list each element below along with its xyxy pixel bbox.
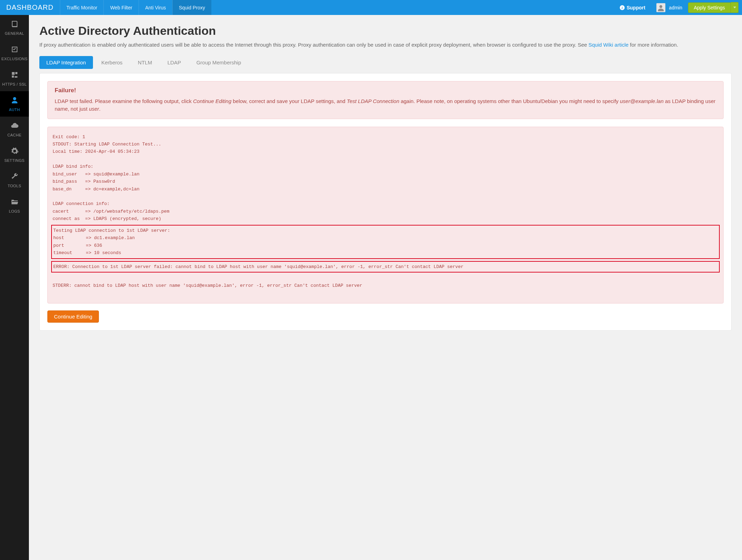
sidebar-item-exclusions[interactable]: EXCLUSIONS — [0, 40, 29, 66]
tab-kerberos[interactable]: Kerberos — [94, 56, 130, 69]
log-line — [48, 275, 723, 282]
sidebar-label: HTTPS / SSL — [2, 82, 26, 86]
failure-alert: Failure! LDAP test failed. Please examin… — [47, 81, 724, 119]
sidebar-label: GENERAL — [5, 31, 24, 36]
log-line: base_dn => dc=example,dc=lan — [48, 186, 723, 193]
sidebar-item-https-ssl[interactable]: HTTPS / SSL — [0, 66, 29, 91]
log-line: STDERR: cannot bind to LDAP host with us… — [48, 282, 723, 289]
log-highlight-error: ERROR: Connection to 1st LDAP server fai… — [51, 261, 720, 273]
tab-ldap[interactable]: LDAP — [161, 56, 188, 69]
grid-icon — [10, 71, 19, 80]
tab-ntlm[interactable]: NTLM — [131, 56, 159, 69]
log-highlight-connection: Testing LDAP connection to 1st LDAP serv… — [51, 225, 720, 259]
log-line: cacert => /opt/websafety/etc/ldaps.pem — [48, 208, 723, 215]
main-content: Active Directory Authentication If proxy… — [29, 15, 742, 560]
brand-logo[interactable]: DASHBOARD — [0, 0, 60, 15]
failure-title: Failure! — [55, 87, 716, 94]
sidebar-label: CACHE — [7, 133, 22, 137]
nav-web-filter[interactable]: Web Filter — [103, 0, 139, 15]
book-icon — [10, 20, 19, 29]
log-line: Exit code: 1 — [48, 133, 723, 141]
sidebar-item-logs[interactable]: LOGS — [0, 193, 29, 218]
log-line: Testing LDAP connection to 1st LDAP serv… — [53, 227, 718, 234]
log-line: host => dc1.example.lan — [53, 234, 718, 242]
info-icon: i — [620, 5, 625, 10]
support-label: Support — [627, 5, 646, 10]
chevron-down-icon — [733, 7, 736, 8]
sidebar-label: LOGS — [9, 209, 20, 213]
apply-settings-button[interactable]: Apply Settings — [688, 2, 731, 13]
cloud-icon — [10, 121, 19, 131]
sidebar-item-cache[interactable]: CACHE — [0, 117, 29, 142]
sidebar-label: AUTH — [9, 108, 20, 112]
sidebar-item-tools[interactable]: TOOLS — [0, 167, 29, 193]
user-icon — [10, 96, 19, 105]
log-line — [48, 193, 723, 200]
sidebar: GENERAL EXCLUSIONS HTTPS / SSL AUTH CACH — [0, 15, 29, 560]
sidebar-label: EXCLUSIONS — [1, 57, 28, 61]
tab-group-membership[interactable]: Group Membership — [189, 56, 248, 69]
nav-squid-proxy[interactable]: Squid Proxy — [172, 0, 211, 15]
check-square-icon — [10, 45, 19, 55]
log-line: timeout => 10 seconds — [53, 249, 718, 257]
failure-message: LDAP test failed. Please examine the fol… — [55, 97, 716, 113]
sidebar-label: TOOLS — [8, 184, 21, 188]
nav-traffic-monitor[interactable]: Traffic Monitor — [60, 0, 104, 15]
apply-settings-dropdown[interactable] — [731, 2, 739, 13]
log-line: LDAP bind info: — [48, 163, 723, 170]
log-output: Exit code: 1STDOUT: Starting LDAP Connec… — [47, 127, 724, 304]
log-line — [48, 156, 723, 163]
log-line: LDAP connection info: — [48, 200, 723, 207]
log-line: STDOUT: Starting LDAP Connection Test... — [48, 141, 723, 148]
gear-icon — [10, 147, 19, 156]
username-label: admin — [669, 5, 682, 10]
sidebar-label: SETTINGS — [4, 158, 24, 163]
folder-open-icon — [10, 198, 19, 207]
squid-wiki-link[interactable]: Squid Wiki article — [588, 42, 628, 48]
top-nav: DASHBOARD Traffic Monitor Web Filter Ant… — [0, 0, 742, 15]
log-line: connect as => LDAPS (encrypted, secure) — [48, 215, 723, 222]
log-line: bind_user => squid@example.lan — [48, 171, 723, 178]
tab-ldap-integration[interactable]: LDAP Integration — [39, 56, 93, 69]
wrench-icon — [10, 172, 19, 182]
support-link[interactable]: i Support — [614, 0, 651, 15]
user-menu[interactable]: admin — [651, 0, 688, 15]
avatar-icon — [656, 3, 665, 12]
tab-bar: LDAP Integration Kerberos NTLM LDAP Grou… — [39, 56, 732, 69]
sidebar-item-auth[interactable]: AUTH — [0, 91, 29, 117]
nav-anti-virus[interactable]: Anti Virus — [139, 0, 172, 15]
sidebar-item-general[interactable]: GENERAL — [0, 15, 29, 40]
sidebar-item-settings[interactable]: SETTINGS — [0, 142, 29, 167]
content-panel: Failure! LDAP test failed. Please examin… — [39, 73, 732, 331]
log-line: bind_pass => Passw0rd — [48, 178, 723, 185]
page-title: Active Directory Authentication — [39, 24, 732, 38]
log-line: port => 636 — [53, 242, 718, 249]
page-intro: If proxy authentication is enabled only … — [39, 41, 732, 49]
continue-editing-button[interactable]: Continue Editing — [47, 310, 99, 323]
log-line: Local time: 2024-Apr-04 05:34:23 — [48, 148, 723, 155]
log-line — [48, 290, 723, 297]
